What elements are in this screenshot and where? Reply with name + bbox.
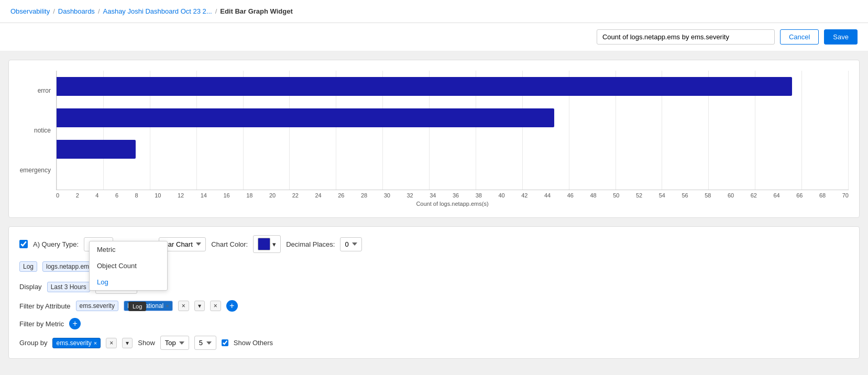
separator-1: / bbox=[53, 7, 55, 15]
y-label-notice: notice bbox=[19, 115, 51, 146]
breadcrumb-dashboards[interactable]: Dashboards bbox=[58, 7, 95, 15]
config-row-filter-metric: Filter by Metric + bbox=[19, 318, 849, 329]
x-label: 2 bbox=[76, 192, 79, 198]
filter-metric-add-button[interactable]: + bbox=[69, 318, 81, 329]
top-select[interactable]: Top bbox=[160, 336, 189, 350]
x-label: 26 bbox=[338, 192, 344, 198]
decimal-places-select[interactable]: 0 bbox=[340, 237, 362, 251]
bar-row-notice bbox=[57, 102, 849, 134]
x-label: 66 bbox=[796, 192, 803, 198]
x-label: 28 bbox=[361, 192, 367, 198]
x-axis-labels: 0 2 4 6 8 10 12 14 16 18 20 22 24 26 28 … bbox=[56, 192, 849, 198]
show-others-label: Show Others bbox=[234, 339, 273, 347]
group-by-tag: ems.severity × bbox=[52, 338, 101, 348]
tooltip-log: Log bbox=[128, 302, 146, 311]
y-label-error: error bbox=[19, 75, 51, 106]
x-label: 18 bbox=[246, 192, 252, 198]
top-value-select[interactable]: 5 bbox=[194, 336, 216, 350]
filter-remove[interactable]: × bbox=[210, 301, 221, 311]
x-label: 48 bbox=[590, 192, 596, 198]
x-label: 0 bbox=[56, 192, 59, 198]
breadcrumb-current: Edit Bar Graph Widget bbox=[220, 7, 293, 15]
x-label: 14 bbox=[201, 192, 207, 198]
chart-area: error notice emergency bbox=[19, 71, 849, 207]
x-label: 64 bbox=[773, 192, 779, 198]
x-label: 40 bbox=[498, 192, 504, 198]
x-axis: 0 2 4 6 8 10 12 14 16 18 20 22 24 26 28 … bbox=[19, 192, 849, 198]
x-label: 10 bbox=[155, 192, 161, 198]
filter-attribute-label: Filter by Attribute bbox=[19, 302, 71, 310]
y-axis-labels: error notice emergency bbox=[19, 71, 56, 190]
display-label: Display bbox=[19, 283, 42, 291]
x-label: 52 bbox=[636, 192, 642, 198]
group-by-label: Group by bbox=[19, 339, 47, 347]
filter-value-remove[interactable]: × bbox=[166, 303, 169, 309]
dropdown-item-log[interactable]: Log bbox=[90, 274, 167, 290]
x-axis-title: Count of logs.netapp.ems(s) bbox=[19, 201, 849, 207]
filter-op-clear[interactable]: × bbox=[178, 301, 189, 311]
dropdown-item-object-count[interactable]: Object Count bbox=[90, 258, 167, 274]
x-label: 8 bbox=[135, 192, 138, 198]
config-row-groupby: Group by ems.severity × × ▾ Show Top 5 S… bbox=[19, 336, 849, 350]
x-label: 44 bbox=[544, 192, 551, 198]
query-type-dropdown-overlay: Metric Object Count Log bbox=[89, 241, 168, 291]
breadcrumb-observability[interactable]: Observability bbox=[10, 7, 50, 15]
cancel-button[interactable]: Cancel bbox=[780, 29, 819, 45]
bar-notice bbox=[57, 108, 554, 127]
x-label: 24 bbox=[315, 192, 321, 198]
chart-color-label: Chart Color: bbox=[211, 240, 248, 248]
breadcrumb: Observability / Dashboards / Aashay Josh… bbox=[0, 0, 868, 23]
filter-metric-label: Filter by Metric bbox=[19, 320, 64, 328]
filter-attribute-tag: ems.severity bbox=[76, 301, 118, 311]
x-label: 38 bbox=[476, 192, 482, 198]
x-label: 34 bbox=[430, 192, 436, 198]
separator-2: / bbox=[98, 7, 100, 15]
filter-attribute-add-button[interactable]: + bbox=[226, 300, 238, 312]
x-label: 12 bbox=[178, 192, 184, 198]
x-label: 54 bbox=[659, 192, 665, 198]
x-label: 46 bbox=[567, 192, 574, 198]
group-by-remove[interactable]: × bbox=[94, 340, 97, 346]
x-label: 30 bbox=[384, 192, 390, 198]
x-label: 70 bbox=[842, 192, 849, 198]
separator-3: / bbox=[215, 7, 217, 15]
breadcrumb-dashboard-name[interactable]: Aashay Joshi Dashboard Oct 23 2... bbox=[103, 7, 212, 15]
x-label: 36 bbox=[453, 192, 459, 198]
show-label: Show bbox=[138, 339, 155, 347]
x-label: 20 bbox=[269, 192, 276, 198]
x-label: 50 bbox=[613, 192, 619, 198]
header-actions: Cancel Save bbox=[0, 23, 868, 51]
x-label: 56 bbox=[682, 192, 688, 198]
chart-container: error notice emergency bbox=[8, 60, 860, 218]
query-type-checkbox[interactable] bbox=[19, 240, 28, 248]
chevron-down-icon: ▾ bbox=[272, 240, 276, 248]
decimal-places-label: Decimal Places: bbox=[286, 240, 335, 248]
widget-name-input[interactable] bbox=[597, 29, 775, 45]
filter-op-dropdown[interactable]: ▾ bbox=[194, 301, 205, 311]
group-by-dropdown[interactable]: ▾ bbox=[122, 338, 133, 348]
x-label: 58 bbox=[705, 192, 711, 198]
dropdown-item-metric[interactable]: Metric bbox=[90, 241, 167, 258]
bar-emergency bbox=[57, 140, 136, 159]
color-swatch bbox=[258, 238, 270, 250]
x-label: 32 bbox=[406, 192, 413, 198]
group-by-clear[interactable]: × bbox=[106, 338, 117, 348]
x-label: 22 bbox=[292, 192, 299, 198]
x-label: 4 bbox=[95, 192, 98, 198]
show-others-checkbox[interactable] bbox=[222, 339, 228, 346]
group-by-value: ems.severity bbox=[56, 339, 91, 347]
bar-error bbox=[57, 77, 792, 96]
x-label: 42 bbox=[521, 192, 528, 198]
bar-row-emergency bbox=[57, 134, 849, 165]
x-label: 60 bbox=[728, 192, 734, 198]
display-time-tag: Last 3 Hours bbox=[47, 282, 90, 292]
log-source-tag: logs.netapp.ems bbox=[42, 261, 96, 272]
bar-row-error bbox=[57, 71, 849, 102]
query-type-label: A) Query Type: bbox=[33, 240, 79, 248]
bars-area bbox=[56, 71, 849, 190]
x-label: 68 bbox=[819, 192, 826, 198]
chart-color-dropdown[interactable]: ▾ bbox=[253, 235, 281, 253]
log-type-tag: Log bbox=[19, 261, 37, 272]
x-label: 62 bbox=[751, 192, 757, 198]
save-button[interactable]: Save bbox=[824, 29, 858, 45]
